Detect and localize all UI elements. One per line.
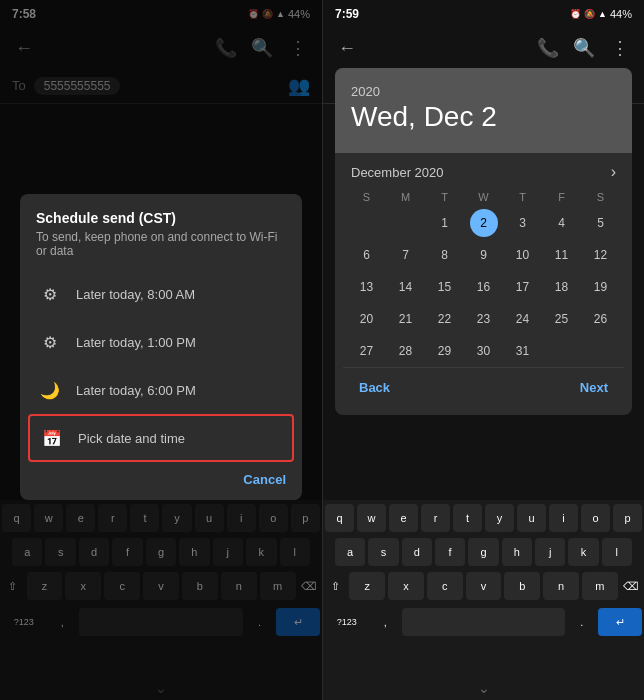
space-key-right[interactable] [402,608,565,636]
schedule-option-2[interactable]: ⚙ Later today, 1:00 PM [20,318,302,366]
key-r-f[interactable]: f [435,538,465,566]
phone-icon-right[interactable]: 📞 [532,32,564,64]
calendar-week-3: 13 14 15 16 17 18 19 [343,271,624,303]
key-r-t[interactable]: t [453,504,482,532]
cal-day-22[interactable]: 22 [431,305,459,333]
next-month-button[interactable]: › [611,163,616,181]
cal-day-5[interactable]: 5 [587,209,615,237]
key-r-v[interactable]: v [466,572,502,600]
more-icon-right[interactable]: ⋮ [604,32,636,64]
calendar-container: 2020 Wed, Dec 2 December 2020 › S M T W … [335,68,632,415]
key-r-s[interactable]: s [368,538,398,566]
key-r-h[interactable]: h [502,538,532,566]
keyboard-row-r4: ?123 , . ↵ [323,604,644,640]
cal-day-6[interactable]: 6 [353,241,381,269]
option-text-1: Later today, 8:00 AM [76,287,195,302]
key-r-w[interactable]: w [357,504,386,532]
cal-day-20[interactable]: 20 [353,305,381,333]
cal-day-23[interactable]: 23 [470,305,498,333]
key-r-m[interactable]: m [582,572,618,600]
cal-day-21[interactable]: 21 [392,305,420,333]
calendar-back-button[interactable]: Back [359,380,390,395]
key-r-a[interactable]: a [335,538,365,566]
symbols-key-right[interactable]: ?123 [325,608,369,636]
key-r-i[interactable]: i [549,504,578,532]
cal-day-13[interactable]: 13 [353,273,381,301]
key-r-p[interactable]: p [613,504,642,532]
status-time-right: 7:59 [335,7,359,21]
key-r-k[interactable]: k [568,538,598,566]
key-r-u[interactable]: u [517,504,546,532]
calendar-week-5: 27 28 29 30 31 [343,335,624,367]
cal-day-7[interactable]: 7 [392,241,420,269]
cal-day-3[interactable]: 3 [509,209,537,237]
cal-day-16[interactable]: 16 [470,273,498,301]
key-r-q[interactable]: q [325,504,354,532]
cal-day-15[interactable]: 15 [431,273,459,301]
gear-icon-2: ⚙ [36,328,64,356]
calendar-week-4: 20 21 22 23 24 25 26 [343,303,624,335]
keyboard-row-r1: q w e r t y u i o p [323,500,644,536]
cal-day-12[interactable]: 12 [587,241,615,269]
dialog-subtitle: To send, keep phone on and connect to Wi… [20,230,302,270]
key-r-z[interactable]: z [349,572,385,600]
cal-day-14[interactable]: 14 [392,273,420,301]
pick-date-time-label: Pick date and time [78,431,185,446]
cal-day-18[interactable]: 18 [548,273,576,301]
cal-day-27[interactable]: 27 [353,337,381,365]
period-key-right[interactable]: . [568,608,595,636]
key-r-c[interactable]: c [427,572,463,600]
cal-day-28[interactable]: 28 [392,337,420,365]
right-panel: 7:59 ⏰ 🔕 ▲ 44% ← 📞 🔍 ⋮ To 5555555555 👥 2… [322,0,644,700]
cal-day-4[interactable]: 4 [548,209,576,237]
key-r-l[interactable]: l [602,538,632,566]
cal-day-1[interactable]: 1 [431,209,459,237]
calendar-next-button[interactable]: Next [580,380,608,395]
key-r-r[interactable]: r [421,504,450,532]
cal-day-19[interactable]: 19 [587,273,615,301]
key-r-d[interactable]: d [402,538,432,566]
cal-day-25[interactable]: 25 [548,305,576,333]
calendar-month-nav: December 2020 › [343,153,624,187]
pick-date-time-option[interactable]: 📅 Pick date and time [28,414,294,462]
cal-day-24[interactable]: 24 [509,305,537,333]
status-icons-right: ⏰ 🔕 ▲ 44% [570,8,632,20]
shift-key-right[interactable]: ⇧ [325,572,346,600]
keyboard-row-r2: a s d f g h j k l [323,536,644,568]
schedule-option-1[interactable]: ⚙ Later today, 8:00 AM [20,270,302,318]
action-right-right: 📞 🔍 ⋮ [532,32,636,64]
cal-day-10[interactable]: 10 [509,241,537,269]
calendar-icon: 📅 [38,424,66,452]
cal-day-26[interactable]: 26 [587,305,615,333]
calendar-date-large: Wed, Dec 2 [351,101,616,133]
back-button-right[interactable]: ← [331,32,363,64]
enter-key-right[interactable]: ↵ [598,608,642,636]
key-r-x[interactable]: x [388,572,424,600]
key-r-g[interactable]: g [468,538,498,566]
cal-day-30[interactable]: 30 [470,337,498,365]
dialog-title: Schedule send (CST) [20,210,302,230]
schedule-dialog: Schedule send (CST) To send, keep phone … [20,194,302,500]
backspace-key-right[interactable]: ⌫ [621,572,642,600]
cal-day-31[interactable]: 31 [509,337,537,365]
calendar-header: 2020 Wed, Dec 2 [335,68,632,153]
key-r-e[interactable]: e [389,504,418,532]
key-r-j[interactable]: j [535,538,565,566]
cal-day-11[interactable]: 11 [548,241,576,269]
cal-day-8[interactable]: 8 [431,241,459,269]
search-icon-right[interactable]: 🔍 [568,32,600,64]
key-r-b[interactable]: b [504,572,540,600]
calendar-month-label: December 2020 [351,165,444,180]
key-r-o[interactable]: o [581,504,610,532]
cal-day-29[interactable]: 29 [431,337,459,365]
key-r-n[interactable]: n [543,572,579,600]
cancel-button[interactable]: Cancel [243,472,286,487]
cal-day-2[interactable]: 2 [470,209,498,237]
calendar-week-1: 1 2 3 4 5 [343,207,624,239]
keyboard-right: q w e r t y u i o p a s d f g h j k l ⇧ … [323,500,644,700]
cal-day-9[interactable]: 9 [470,241,498,269]
schedule-option-3[interactable]: 🌙 Later today, 6:00 PM [20,366,302,414]
cal-day-17[interactable]: 17 [509,273,537,301]
key-r-y[interactable]: y [485,504,514,532]
comma-key-right[interactable]: , [372,608,399,636]
